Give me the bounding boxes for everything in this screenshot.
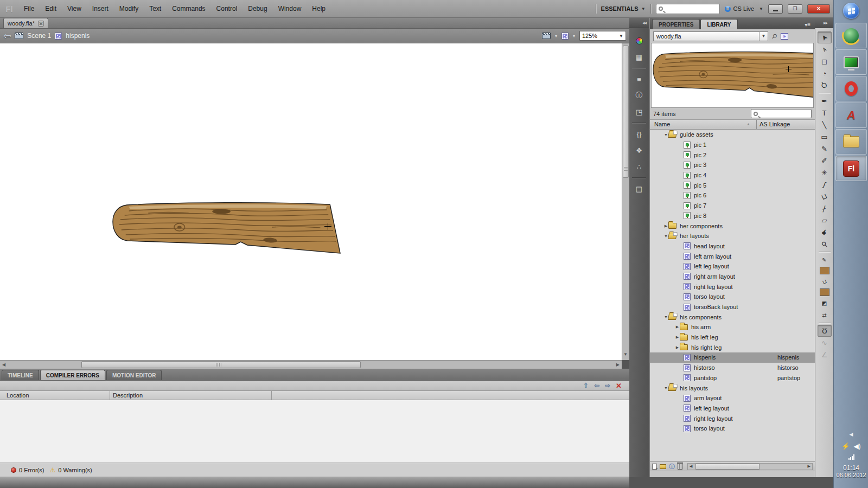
zoom-tool[interactable]: ⚲: [818, 238, 832, 250]
library-item-his-left-leg[interactable]: ▶his left leg: [650, 332, 815, 343]
scroll-right-icon[interactable]: ▶: [808, 464, 810, 468]
sort-ascending-icon[interactable]: ▲: [746, 122, 750, 126]
snap-to-objects-button[interactable]: Ω: [818, 325, 832, 337]
close-button[interactable]: ✕: [807, 4, 830, 14]
panel-menu-icon[interactable]: ▾≡: [805, 22, 815, 29]
start-button[interactable]: [843, 3, 859, 19]
stage-zoom-select[interactable]: 125% ▼: [579, 31, 626, 41]
column-description[interactable]: Description: [113, 392, 143, 399]
eyedropper-tool[interactable]: ∤: [818, 202, 832, 214]
collapse-tools-icon[interactable]: ▸▸: [824, 20, 827, 25]
black-white-button[interactable]: ◩: [818, 297, 832, 309]
library-item-hispenis[interactable]: hispenishispenis: [650, 352, 815, 363]
brush-tool[interactable]: ✐: [818, 155, 832, 166]
minimize-button[interactable]: [768, 4, 783, 14]
cs-live-button[interactable]: CS Live: [725, 5, 755, 12]
library-item-pic-4[interactable]: pic 4: [650, 170, 815, 181]
menu-file[interactable]: File: [18, 0, 40, 18]
stage-horizontal-scrollbar[interactable]: ◀ ▶: [0, 360, 622, 369]
menu-view[interactable]: View: [62, 0, 87, 18]
column-as-linkage[interactable]: AS Linkage: [760, 121, 790, 127]
app-internet-browser[interactable]: [835, 23, 867, 48]
library-item-torso-layout[interactable]: torso layout: [650, 423, 815, 434]
selection-tool[interactable]: ➤: [818, 31, 832, 43]
back-arrow-icon[interactable]: ⇦: [3, 31, 11, 41]
library-item-torso-layout[interactable]: torso layout: [650, 292, 815, 302]
smooth-button[interactable]: ∿: [818, 337, 832, 349]
properties-button[interactable]: ⓘ: [669, 464, 675, 470]
document-tab[interactable]: woody.fla* ✕: [3, 18, 48, 28]
compiler-errors-list[interactable]: [0, 400, 629, 463]
menu-modify[interactable]: Modify: [114, 0, 144, 18]
library-item-his-right-leg[interactable]: ▶his right leg: [650, 342, 815, 352]
new-symbol-button[interactable]: [652, 464, 657, 470]
library-item-her-components[interactable]: ▶her components: [650, 221, 815, 231]
menu-edit[interactable]: Edit: [40, 0, 62, 18]
components-panel-icon[interactable]: ❖: [632, 144, 646, 157]
bone-tool[interactable]: ∫: [818, 178, 832, 190]
swatches-panel-icon[interactable]: ▦: [632, 50, 646, 63]
menu-insert[interactable]: Insert: [87, 0, 114, 18]
line-tool[interactable]: ╲: [818, 119, 832, 131]
app-autocad[interactable]: A: [835, 102, 867, 128]
info-panel-icon[interactable]: ⓘ: [632, 89, 646, 102]
rectangle-tool[interactable]: ▭: [818, 131, 832, 143]
taskbar-date[interactable]: 06.06.2012: [834, 472, 868, 478]
expand-caret-icon[interactable]: ▶: [675, 325, 680, 329]
app-remote-desktop[interactable]: [835, 49, 867, 75]
speaker-icon[interactable]: ◀): [853, 442, 860, 450]
library-item-arm-layout[interactable]: arm layout: [650, 393, 815, 403]
code-snippets-panel-icon[interactable]: {}: [632, 127, 646, 140]
tab-compiler-errors[interactable]: COMPILER ERRORS: [40, 370, 105, 380]
library-item-guide-assets[interactable]: ▼guide assets: [650, 130, 815, 140]
library-item-list[interactable]: ▼guide assetspic 1pic 2pic 3pic 4pic 5pi…: [650, 130, 815, 461]
transform-panel-icon[interactable]: ◳: [632, 105, 646, 118]
library-horizontal-scrollbar[interactable]: ◀ ▶: [687, 463, 813, 470]
show-hidden-icons-button[interactable]: ◀: [834, 432, 868, 437]
stroke-color-swatch[interactable]: [820, 267, 829, 274]
delete-button[interactable]: [678, 464, 682, 470]
library-item-pic-2[interactable]: pic 2: [650, 150, 815, 160]
straighten-button[interactable]: ∠: [818, 349, 832, 361]
menu-window[interactable]: Window: [273, 0, 307, 18]
chevron-down-icon[interactable]: ▼: [759, 7, 763, 11]
library-item-pantstop[interactable]: pantstoppantstop: [650, 373, 815, 383]
subselection-tool[interactable]: ➢: [818, 43, 832, 55]
new-library-panel-icon[interactable]: »: [781, 33, 788, 40]
library-item-right-leg-layout[interactable]: right leg layout: [650, 281, 815, 292]
previous-error-button[interactable]: ⇦: [594, 382, 599, 389]
library-item-left-leg-layout[interactable]: left leg layout: [650, 261, 815, 272]
menu-control[interactable]: Control: [211, 0, 243, 18]
column-location[interactable]: Location: [7, 392, 29, 399]
column-divider[interactable]: [756, 120, 757, 129]
library-item-right-leg-layout[interactable]: right leg layout: [650, 413, 815, 423]
breadcrumb-scene[interactable]: Scene 1: [27, 32, 51, 40]
library-item-pic-6[interactable]: pic 6: [650, 190, 815, 201]
edit-scene-button[interactable]: [542, 33, 551, 39]
menu-help[interactable]: Help: [307, 0, 331, 18]
collapse-left-icon[interactable]: ◂◂: [642, 20, 646, 25]
next-error-button[interactable]: ⇨: [605, 382, 610, 389]
edit-symbol-button[interactable]: [561, 33, 569, 40]
app-search-box[interactable]: [656, 4, 720, 14]
project-panel-icon[interactable]: ▤: [632, 182, 646, 195]
expand-caret-icon[interactable]: ▶: [675, 345, 680, 350]
new-folder-button[interactable]: [660, 464, 666, 469]
eraser-tool[interactable]: ▱: [818, 214, 832, 226]
network-signal-icon[interactable]: [848, 454, 854, 460]
app-opera[interactable]: [835, 76, 867, 101]
scrollbar-thumb[interactable]: [695, 464, 760, 470]
expand-caret-icon[interactable]: ▶: [675, 335, 680, 339]
tab-library[interactable]: LIBRARY: [700, 19, 737, 29]
tab-properties[interactable]: PROPERTIES: [652, 19, 700, 29]
library-item-left-arm-layout[interactable]: left arm layout: [650, 251, 815, 261]
library-search-box[interactable]: [751, 109, 812, 118]
library-item-pic-1[interactable]: pic 1: [650, 140, 815, 150]
stage-canvas[interactable]: [0, 43, 622, 360]
pin-library-icon[interactable]: ⚲: [770, 31, 778, 40]
library-item-pic-8[interactable]: pic 8: [650, 211, 815, 221]
scroll-right-icon[interactable]: ▶: [616, 362, 620, 367]
column-name[interactable]: Name: [654, 121, 670, 127]
expand-caret-icon[interactable]: ▶: [663, 224, 668, 228]
library-item-pic-5[interactable]: pic 5: [650, 180, 815, 190]
